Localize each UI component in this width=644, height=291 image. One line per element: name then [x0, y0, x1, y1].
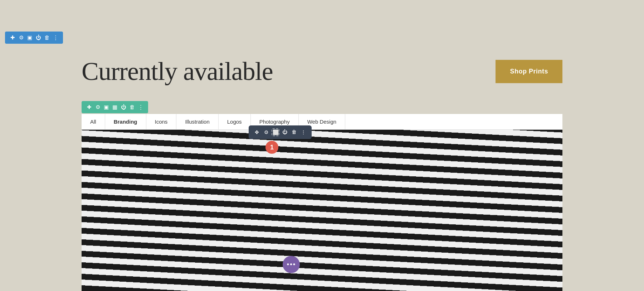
- inner-settings-icon[interactable]: ⚙: [262, 128, 270, 136]
- inner-crop-icon[interactable]: ⬜: [272, 128, 279, 136]
- gallery-toolbar[interactable]: ✚ ⚙ ▣ ▦ ⏻ 🗑 ⋮: [82, 101, 148, 113]
- inner-power-icon[interactable]: ⏻: [281, 128, 289, 136]
- page-title: Currently available: [82, 57, 273, 86]
- tab-illustration[interactable]: Illustration: [176, 114, 218, 129]
- notification-badge: 1: [265, 141, 278, 154]
- inner-more-icon[interactable]: ⋮: [299, 128, 307, 136]
- layout-icon[interactable]: ▣: [26, 34, 34, 42]
- inner-toolbar[interactable]: ✥ ⚙ ⬜ ⏻ 🗑 ⋮: [249, 125, 312, 139]
- striped-image-area: [82, 130, 562, 291]
- gallery-trash-icon[interactable]: 🗑: [128, 103, 136, 111]
- main-content: Currently available Shop Prints ✚ ⚙ ▣ ▦ …: [0, 0, 644, 291]
- shop-prints-button[interactable]: Shop Prints: [496, 60, 562, 83]
- stripes-pattern: [82, 130, 562, 291]
- tab-icons[interactable]: Icons: [146, 114, 177, 129]
- power-icon[interactable]: ⏻: [34, 34, 42, 42]
- settings-icon[interactable]: ⚙: [17, 34, 25, 42]
- inner-move-icon[interactable]: ✥: [253, 128, 261, 136]
- more-icon[interactable]: ⋮: [52, 34, 59, 42]
- title-section: Currently available Shop Prints: [82, 57, 562, 86]
- tab-all[interactable]: All: [82, 114, 105, 129]
- gallery-settings-icon[interactable]: ⚙: [94, 103, 102, 111]
- add-icon[interactable]: ✚: [9, 34, 16, 42]
- gallery-grid-icon[interactable]: ▦: [111, 103, 119, 111]
- top-toolbar[interactable]: ✚ ⚙ ▣ ⏻ 🗑 ⋮: [5, 32, 63, 44]
- gallery-power-icon[interactable]: ⏻: [119, 103, 127, 111]
- gallery-layout-icon[interactable]: ▣: [102, 103, 110, 111]
- gallery-add-icon[interactable]: ✚: [85, 103, 93, 111]
- filter-tabs: All Branding Icons Illustration Logos Ph…: [82, 114, 562, 130]
- gallery-more-icon[interactable]: ⋮: [137, 103, 145, 111]
- inner-trash-icon[interactable]: 🗑: [290, 128, 298, 136]
- trash-icon[interactable]: 🗑: [43, 34, 51, 42]
- more-options-icon: •••: [287, 260, 296, 269]
- tab-branding[interactable]: Branding: [105, 114, 146, 129]
- tab-logos[interactable]: Logos: [219, 114, 251, 129]
- more-options-button[interactable]: •••: [283, 256, 300, 273]
